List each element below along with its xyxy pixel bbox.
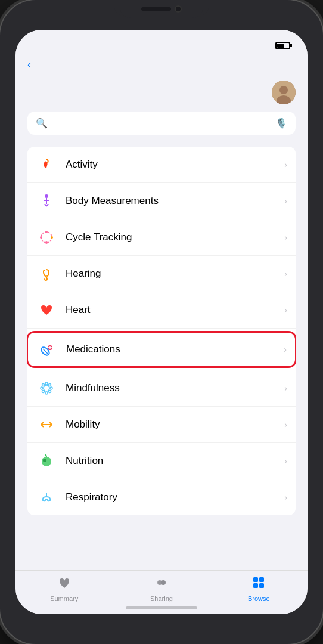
mic-icon[interactable]: 🎙️ [275,117,287,129]
nutrition-chevron-icon: › [284,456,287,466]
category-item-activity[interactable]: Activity› [27,147,296,183]
hearing-chevron-icon: › [284,269,287,278]
mobility-chevron-icon: › [284,420,287,429]
cycle-tracking-chevron-icon: › [284,233,287,242]
activity-chevron-icon: › [284,160,287,169]
heart-icon [36,299,57,321]
battery-fill [277,44,284,48]
home-indicator [126,606,197,609]
avatar[interactable] [272,80,296,104]
category-item-respiratory[interactable]: Respiratory› [27,479,296,515]
category-item-medications[interactable]: Medications› [27,331,296,368]
svg-point-24 [49,384,51,386]
back-chevron-icon: ‹ [27,58,31,71]
status-right [272,42,293,49]
category-item-cycle-tracking[interactable]: Cycle Tracking› [27,219,296,256]
phone-screen: ‹ 🔍 🎙️ [15,30,308,614]
svg-point-10 [45,231,48,233]
svg-point-9 [41,232,52,243]
body-measurements-icon [36,190,57,212]
back-button[interactable]: ‹ [27,58,296,71]
svg-rect-35 [259,577,264,582]
medications-label: Medications [66,343,284,355]
category-item-body-measurements[interactable]: Body Measurements› [27,183,296,219]
svg-point-25 [42,391,45,393]
category-item-nutrition[interactable]: Nutrition› [27,443,296,479]
tab-browse-label: Browse [248,595,270,602]
svg-point-20 [45,382,48,385]
mindfulness-chevron-icon: › [284,383,287,393]
heart-label: Heart [66,304,284,316]
notch [120,0,203,18]
cycle-tracking-icon [36,227,57,248]
search-bar[interactable]: 🔍 🎙️ [27,112,296,135]
svg-point-21 [45,392,48,394]
respiratory-icon [36,487,57,508]
status-bar [15,30,308,56]
phone-frame: ‹ 🔍 🎙️ [0,0,323,644]
svg-point-27 [42,384,45,386]
svg-line-15 [43,349,48,354]
svg-point-26 [49,391,51,393]
svg-point-19 [44,385,49,391]
activity-icon [36,154,57,175]
nutrition-icon [36,450,57,472]
tab-sharing[interactable]: Sharing [113,575,210,602]
svg-point-11 [51,236,53,239]
tab-summary-label: Summary [50,595,78,602]
categories-list: Activity›Body Measurements›Cycle Trackin… [27,147,296,515]
svg-point-29 [42,457,51,466]
tab-browse[interactable]: Browse [210,575,308,602]
svg-point-13 [40,236,42,239]
tab-browse-icon [251,575,266,593]
speaker [141,7,171,11]
category-item-mobility[interactable]: Mobility› [27,407,296,443]
battery-icon [275,42,290,49]
main-content: 🔍 🎙️ Activity›Body Measurements›Cycle Tr… [15,76,308,570]
hearing-icon [36,263,57,284]
mindfulness-label: Mindfulness [66,382,284,394]
svg-rect-34 [253,577,258,582]
tab-sharing-label: Sharing [150,595,173,602]
activity-label: Activity [66,159,284,171]
body-measurements-chevron-icon: › [284,196,287,206]
front-camera [175,5,182,13]
page-header [27,76,296,112]
respiratory-label: Respiratory [66,491,284,503]
body-measurements-label: Body Measurements [66,195,284,207]
hearing-label: Hearing [66,268,284,280]
respiratory-chevron-icon: › [284,493,287,502]
svg-rect-37 [259,583,264,588]
svg-point-1 [279,86,288,94]
svg-point-4 [45,194,48,198]
svg-rect-36 [253,583,258,588]
svg-point-12 [45,242,48,244]
mobility-label: Mobility [66,419,284,431]
mobility-icon [36,414,57,435]
medications-icon [36,339,58,360]
nav-bar: ‹ [15,56,308,76]
avatar-image [272,80,296,104]
tab-sharing-icon [154,575,169,593]
tab-summary-icon [57,575,72,593]
category-item-hearing[interactable]: Hearing› [27,256,296,292]
tab-summary[interactable]: Summary [15,575,113,602]
search-icon: 🔍 [36,117,48,129]
medications-chevron-icon: › [284,345,287,354]
svg-line-8 [46,204,48,206]
svg-point-22 [50,387,52,389]
svg-point-23 [41,387,43,389]
category-item-heart[interactable]: Heart› [27,292,296,329]
svg-point-30 [43,459,46,462]
mindfulness-icon [36,377,57,399]
cycle-tracking-label: Cycle Tracking [66,231,284,243]
heart-chevron-icon: › [284,305,287,315]
svg-rect-33 [158,581,165,584]
nutrition-label: Nutrition [66,455,284,467]
category-item-mindfulness[interactable]: Mindfulness› [27,370,296,407]
